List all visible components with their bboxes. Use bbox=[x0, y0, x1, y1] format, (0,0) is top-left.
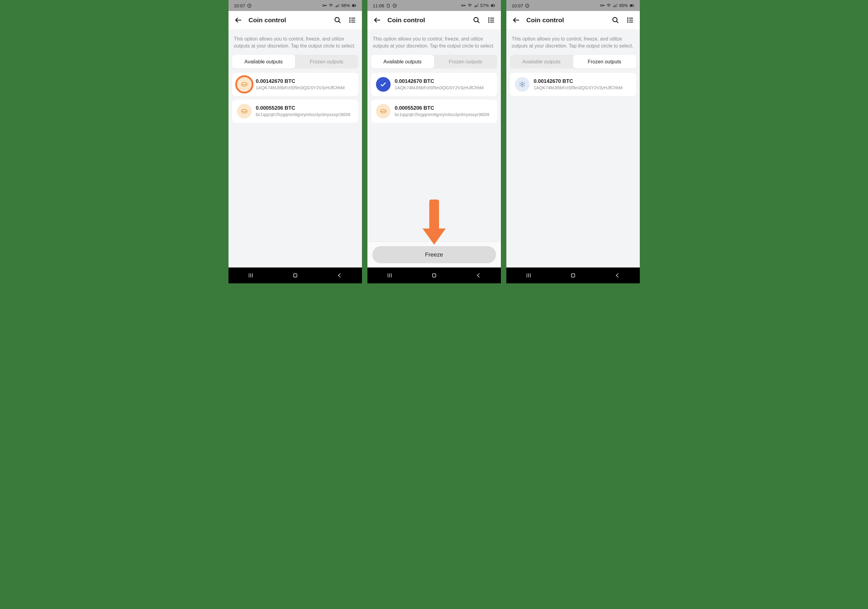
svg-point-1 bbox=[322, 5, 324, 6]
home-button[interactable] bbox=[292, 272, 299, 279]
battery-icon bbox=[629, 3, 634, 8]
list-icon bbox=[626, 16, 634, 24]
output-select-circle[interactable] bbox=[376, 104, 391, 118]
page-title: Coin control bbox=[527, 17, 605, 24]
svg-rect-34 bbox=[571, 274, 575, 277]
back-arrow-icon bbox=[512, 16, 520, 24]
back-button[interactable] bbox=[373, 16, 381, 24]
svg-point-19 bbox=[488, 17, 489, 19]
freeze-button[interactable]: Freeze bbox=[372, 246, 496, 263]
svg-point-9 bbox=[242, 82, 247, 85]
output-select-circle[interactable] bbox=[376, 77, 391, 92]
output-amount: 0.00055206 BTC bbox=[395, 105, 492, 111]
checkmark-icon bbox=[380, 81, 387, 88]
output-select-circle[interactable] bbox=[237, 104, 252, 118]
signal-icon bbox=[474, 3, 479, 8]
info-text: This option allows you to control, freez… bbox=[506, 29, 640, 55]
svg-rect-3 bbox=[355, 5, 356, 6]
coin-icon bbox=[240, 81, 248, 88]
status-time: 11:06 bbox=[373, 3, 384, 8]
vpn-icon bbox=[322, 3, 327, 8]
svg-rect-11 bbox=[293, 274, 297, 277]
list-icon bbox=[487, 16, 495, 24]
nav-back-button[interactable] bbox=[336, 272, 343, 279]
battery-percent: 57% bbox=[480, 3, 489, 8]
back-arrow-icon bbox=[373, 16, 381, 24]
tab-frozen[interactable]: Frozen outputs bbox=[295, 55, 358, 68]
output-row[interactable]: 0.00142670 BTC 1AQK74MJt5bFctSf9m3QGSY2V… bbox=[371, 73, 497, 96]
svg-rect-24 bbox=[429, 200, 439, 230]
tabs: Available outputs Frozen outputs bbox=[232, 55, 358, 68]
output-row[interactable]: 0.00142670 BTC 1AQK74MJt5bFctSf9m3QGSY2V… bbox=[232, 73, 358, 96]
home-button[interactable] bbox=[570, 272, 577, 279]
app-status-icon bbox=[386, 3, 391, 8]
freeze-bar: Freeze bbox=[367, 242, 501, 268]
home-button[interactable] bbox=[431, 272, 437, 279]
app-bar: Coin control bbox=[228, 11, 362, 29]
tab-frozen[interactable]: Frozen outputs bbox=[434, 55, 497, 68]
output-select-circle[interactable] bbox=[237, 77, 252, 92]
page-title: Coin control bbox=[249, 17, 327, 24]
svg-point-22 bbox=[381, 109, 386, 112]
svg-point-26 bbox=[600, 5, 602, 6]
battery-icon bbox=[352, 3, 356, 8]
status-bar: 10:07 66% bbox=[228, 0, 362, 11]
list-button[interactable] bbox=[487, 16, 495, 24]
nav-back-button[interactable] bbox=[475, 272, 482, 279]
nav-back-button[interactable] bbox=[614, 272, 621, 279]
tabs: Available outputs Frozen outputs bbox=[510, 55, 636, 68]
output-row[interactable]: 0.00055206 BTC bc1qqzqtr2hzgqmm9gnrymlsc… bbox=[371, 100, 497, 123]
back-button[interactable] bbox=[512, 16, 520, 24]
status-time: 10:07 bbox=[512, 3, 524, 8]
battery-percent: 66% bbox=[341, 3, 350, 8]
vpn-icon bbox=[600, 3, 605, 8]
info-text: This option allows you to control, freez… bbox=[367, 29, 501, 55]
search-button[interactable] bbox=[472, 16, 481, 24]
app-status-icon bbox=[525, 3, 530, 8]
back-button[interactable] bbox=[234, 16, 242, 24]
recents-button[interactable] bbox=[386, 272, 393, 279]
recents-button[interactable] bbox=[247, 272, 254, 279]
android-nav-bar bbox=[228, 268, 362, 283]
status-bar: 10:07 65% bbox=[506, 0, 640, 11]
phone-screen-3: 10:07 65% Coin control This option allow… bbox=[506, 0, 640, 283]
output-row[interactable]: 0.00055206 BTC bc1qqzqtr2hzgqmm9gnrymlsc… bbox=[232, 100, 358, 123]
svg-point-10 bbox=[242, 109, 247, 112]
output-row[interactable]: 0.00142670 BTC 1AQK74MJt5bFctSf9m3QGSY2V… bbox=[510, 73, 636, 96]
list-icon bbox=[348, 16, 356, 24]
output-address: 1AQK74MJt5bFctSf9m3QGSY2V3zHJfChhM bbox=[534, 85, 631, 91]
arrow-annotation-icon bbox=[420, 200, 448, 245]
tab-available[interactable]: Available outputs bbox=[232, 55, 295, 68]
svg-point-33 bbox=[627, 21, 628, 23]
list-button[interactable] bbox=[626, 16, 634, 24]
tab-frozen[interactable]: Frozen outputs bbox=[573, 55, 636, 68]
search-button[interactable] bbox=[611, 16, 620, 24]
app-status-icon bbox=[247, 3, 252, 8]
output-select-circle[interactable] bbox=[515, 77, 530, 92]
android-nav-bar bbox=[367, 268, 501, 283]
wifi-icon bbox=[606, 3, 611, 8]
svg-point-14 bbox=[462, 5, 463, 6]
output-address: 1AQK74MJt5bFctSf9m3QGSY2V3zHJfChhM bbox=[395, 85, 492, 91]
output-amount: 0.00142670 BTC bbox=[534, 78, 631, 84]
svg-rect-28 bbox=[633, 5, 634, 6]
coin-icon bbox=[379, 107, 387, 115]
signal-icon bbox=[613, 3, 618, 8]
list-button[interactable] bbox=[348, 16, 356, 24]
recents-button[interactable] bbox=[525, 272, 532, 279]
svg-rect-4 bbox=[352, 5, 354, 6]
battery-icon bbox=[490, 3, 495, 8]
status-time: 10:07 bbox=[234, 3, 246, 8]
phone-screen-2: 11:06 57% Coin control This option allow… bbox=[367, 0, 501, 283]
app-bar: Coin control bbox=[506, 11, 640, 29]
tab-available[interactable]: Available outputs bbox=[510, 55, 573, 68]
wifi-icon bbox=[329, 3, 333, 8]
search-button[interactable] bbox=[333, 16, 342, 24]
svg-point-21 bbox=[488, 21, 489, 23]
output-amount: 0.00055206 BTC bbox=[256, 105, 353, 111]
svg-point-7 bbox=[349, 20, 350, 21]
output-amount: 0.00142670 BTC bbox=[395, 78, 492, 84]
tab-available[interactable]: Available outputs bbox=[371, 55, 434, 68]
svg-point-31 bbox=[627, 17, 628, 19]
info-text: This option allows you to control, freez… bbox=[228, 29, 362, 55]
